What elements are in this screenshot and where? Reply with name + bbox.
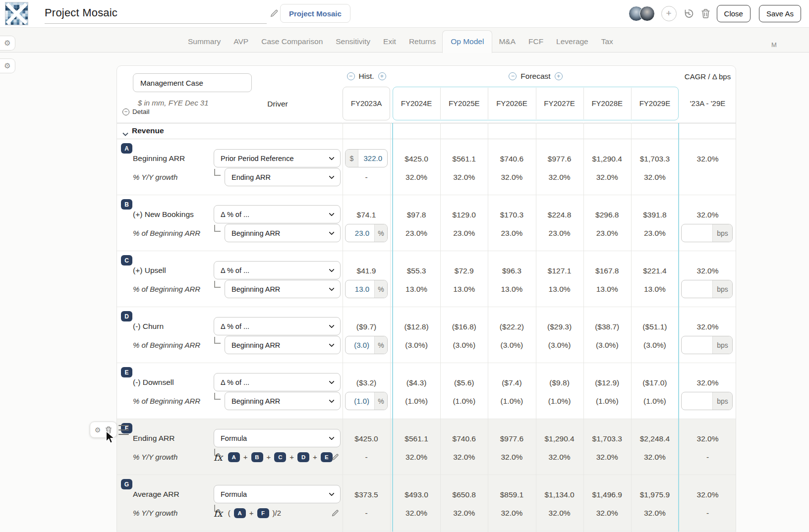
sub-driver-select[interactable]: Beginning ARR [225, 392, 341, 410]
tab-avp[interactable]: AVP [227, 31, 255, 53]
driver-select[interactable]: Formula [214, 429, 341, 447]
hist-collapse-icon[interactable]: − [347, 72, 355, 80]
project-button[interactable]: Project Mosaic [280, 4, 350, 23]
tab-leverage[interactable]: Leverage [550, 31, 595, 53]
value-cell: $859.1 [488, 488, 535, 502]
sub-value-cell: 13.0% [393, 282, 440, 296]
cagr-bps-input[interactable] [682, 336, 712, 354]
sub-value-cell: 32.0% [488, 170, 535, 184]
hist-value-cell: $425.0 [343, 432, 390, 446]
sub-value-cell: 32.0% [631, 506, 679, 520]
cagr-sub-cell [679, 170, 737, 184]
close-button[interactable]: Close [717, 5, 751, 22]
tab-list: SummaryAVPCase ComparisonSensitivityExit… [181, 28, 620, 53]
value-cell: ($29.3) [536, 320, 583, 334]
hist-expand-icon[interactable]: + [378, 72, 386, 80]
sub-value-cell: 13.0% [488, 282, 535, 296]
sub-driver-select[interactable]: Beginning ARR [225, 280, 341, 298]
value-cell: $977.6 [536, 152, 583, 166]
tab-summary[interactable]: Summary [181, 31, 227, 53]
value-cell: $977.6 [488, 432, 535, 446]
sidebar-settings-button[interactable]: ⚙ [0, 36, 15, 51]
row-delete-trash-icon[interactable] [105, 426, 112, 434]
formula-operator: + [289, 453, 294, 461]
cagr-bps-input[interactable] [682, 224, 712, 242]
collapse-detail-icon[interactable]: − [122, 108, 129, 115]
avatar[interactable] [639, 6, 655, 21]
column-header-FY2025E: FY2025E [440, 98, 488, 109]
cagr-bps-input[interactable] [682, 280, 712, 298]
hist-sub-value-input[interactable] [346, 336, 374, 354]
value-cell: $425.0 [393, 152, 440, 166]
chevron-down-icon[interactable] [122, 129, 128, 138]
formula-operator: + [249, 509, 254, 517]
input-suffix: % [374, 392, 387, 410]
hist-sub-value-input[interactable] [346, 392, 374, 410]
cagr-bps-input[interactable] [682, 392, 712, 410]
delete-trash-button[interactable] [701, 8, 710, 19]
cagr-cell: 32.0% [679, 264, 737, 278]
save-as-button[interactable]: Save As [759, 5, 801, 22]
hist-group-header: − Hist. + [343, 71, 390, 81]
forecast-expand-icon[interactable]: + [555, 72, 563, 80]
row-drag-handle[interactable] [118, 424, 129, 436]
value-cell: $740.6 [488, 152, 535, 166]
tab-overflow-text: M [771, 41, 777, 49]
sub-value-cell: 23.0% [536, 226, 583, 240]
tab-case-comparison[interactable]: Case Comparison [255, 31, 329, 53]
tab-m-a[interactable]: M&A [492, 31, 522, 53]
sub-value-cell: 32.0% [631, 450, 679, 464]
sub-value-cell: (3.0%) [536, 338, 583, 352]
value-cell: $740.6 [440, 432, 488, 446]
edit-title-icon[interactable] [270, 8, 279, 20]
driver-select[interactable]: Δ % of ... [214, 205, 341, 223]
sub-value-cell: 32.0% [393, 450, 440, 464]
hist-value-cell: ($3.2) [343, 376, 390, 390]
value-cell: ($16.8) [440, 320, 488, 334]
tab-fcf[interactable]: FCF [522, 31, 550, 53]
row-label: (-) Churn [133, 322, 164, 331]
forecast-collapse-icon[interactable]: − [509, 72, 517, 80]
tab-returns[interactable]: Returns [403, 31, 442, 53]
driver-select[interactable]: Δ % of ... [214, 373, 341, 391]
history-undo-button[interactable] [683, 8, 694, 19]
chevron-down-icon [329, 341, 334, 347]
tab-sensitivity[interactable]: Sensitivity [329, 31, 377, 53]
sidebar-settings-button-2[interactable]: ⚙ [0, 58, 15, 73]
driver-select[interactable]: Prior Period Reference [214, 149, 341, 167]
driver-select[interactable]: Δ % of ... [214, 261, 341, 279]
value-cell: $96.3 [488, 264, 535, 278]
sub-driver-select[interactable]: Ending ARR [225, 168, 341, 186]
tab-exit[interactable]: Exit [377, 31, 403, 53]
chevron-down-icon [329, 322, 334, 328]
sub-value-cell: 13.0% [536, 282, 583, 296]
title-underline [45, 23, 267, 24]
case-name-input[interactable] [133, 73, 252, 92]
driver-select[interactable]: Formula [214, 485, 341, 503]
hist-value-cell: $373.5 [343, 488, 390, 502]
sub-driver-select[interactable]: Beginning ARR [225, 336, 341, 354]
formula-operator: ( [228, 509, 231, 517]
tab-op-model[interactable]: Op Model [442, 30, 492, 53]
sub-driver-select[interactable]: Beginning ARR [225, 224, 341, 242]
value-cell: ($22.2) [488, 320, 535, 334]
sub-driver-select-value: Ending ARR [231, 173, 271, 181]
row-badge-C: C [121, 255, 132, 266]
add-collaborator-button[interactable]: + [661, 6, 677, 21]
row-settings-gear-icon[interactable]: ⚙ [95, 426, 101, 433]
driver-select[interactable]: Δ % of ... [214, 317, 341, 335]
chevron-down-icon [329, 490, 334, 496]
hist-sub-value-input[interactable] [346, 224, 374, 242]
edit-formula-pencil-icon[interactable] [331, 509, 340, 519]
sub-value-cell: (1.0%) [393, 394, 440, 408]
hist-sub-value-input[interactable] [346, 280, 374, 298]
tab-tax[interactable]: Tax [595, 31, 620, 53]
value-cell: $97.8 [393, 208, 440, 222]
hist-value-input[interactable] [358, 150, 387, 167]
value-cell: ($17.0) [631, 376, 679, 390]
detail-toggle[interactable]: − Detail [122, 108, 150, 115]
value-cell: $296.8 [583, 208, 631, 222]
input-suffix: bps [712, 392, 732, 410]
edit-formula-pencil-icon[interactable] [331, 453, 340, 463]
sub-driver-select-value: Beginning ARR [231, 229, 280, 237]
